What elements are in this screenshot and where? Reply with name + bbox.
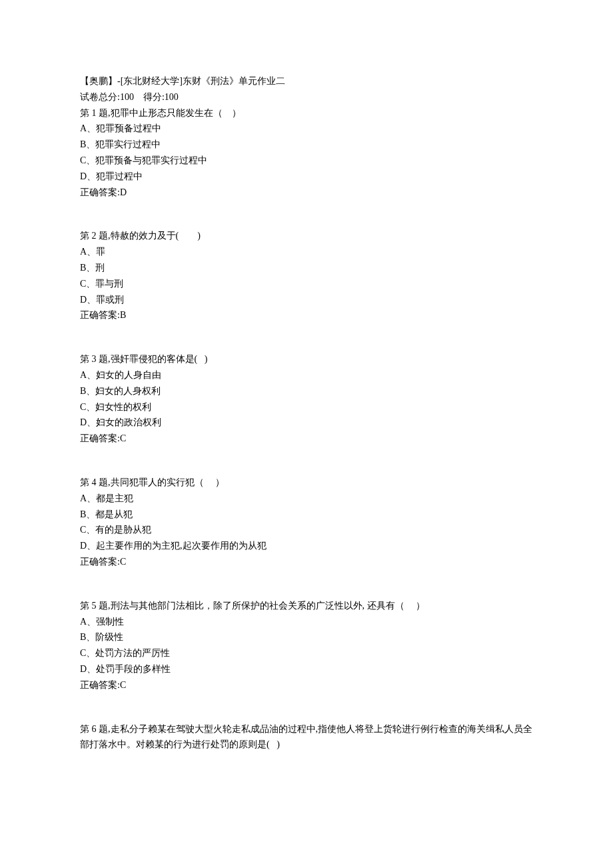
question-option: D、起主要作用的为主犯,起次要作用的为从犯: [80, 538, 533, 554]
question-block: 第 5 题,刑法与其他部门法相比，除了所保护的社会关系的广泛性以外, 还具有（ …: [80, 598, 533, 693]
question-stem: 第 6 题,走私分子赖某在驾驶大型火轮走私成品油的过程中,指使他人将登上货轮进行…: [80, 721, 533, 753]
question-option: B、都是从犯: [80, 507, 533, 523]
question-stem: 第 2 题,特赦的效力及于( ): [80, 228, 533, 244]
question-stem: 第 1 题,犯罪中止形态只能发生在（ ）: [80, 105, 533, 121]
question-answer: 正确答案:C: [80, 431, 533, 447]
question-option: C、妇女性的权利: [80, 399, 533, 415]
question-option: B、刑: [80, 260, 533, 276]
doc-title: 【奥鹏】-[东北财经大学]东财《刑法》单元作业二: [80, 73, 533, 89]
question-stem: 第 5 题,刑法与其他部门法相比，除了所保护的社会关系的广泛性以外, 还具有（ …: [80, 598, 533, 614]
question-option: D、妇女的政治权利: [80, 415, 533, 431]
question-option: A、妇女的人身自由: [80, 367, 533, 383]
question-option: A、强制性: [80, 614, 533, 630]
question-option: D、犯罪过程中: [80, 169, 533, 185]
question-option: A、罪: [80, 244, 533, 260]
question-block: 第 4 题,共同犯罪人的实行犯（ ） A、都是主犯 B、都是从犯 C、有的是胁从…: [80, 475, 533, 570]
question-answer: 正确答案:D: [80, 185, 533, 201]
question-block: 第 3 题,强奸罪侵犯的客体是( ) A、妇女的人身自由 B、妇女的人身权利 C…: [80, 351, 533, 447]
question-answer: 正确答案:C: [80, 554, 533, 570]
question-option: C、处罚方法的严厉性: [80, 645, 533, 661]
question-block: 第 6 题,走私分子赖某在驾驶大型火轮走私成品油的过程中,指使他人将登上货轮进行…: [80, 721, 533, 753]
question-option: C、罪与刑: [80, 276, 533, 292]
question-option: A、犯罪预备过程中: [80, 121, 533, 137]
question-option: B、阶级性: [80, 629, 533, 645]
question-stem: 第 4 题,共同犯罪人的实行犯（ ）: [80, 475, 533, 491]
question-answer: 正确答案:C: [80, 677, 533, 693]
question-option: D、罪或刑: [80, 292, 533, 308]
header-block: 【奥鹏】-[东北财经大学]东财《刑法》单元作业二 试卷总分:100 得分:100…: [80, 73, 533, 200]
question-option: C、有的是胁从犯: [80, 522, 533, 538]
score-line: 试卷总分:100 得分:100: [80, 89, 533, 105]
question-option: B、犯罪实行过程中: [80, 137, 533, 153]
question-option: A、都是主犯: [80, 491, 533, 507]
question-option: C、犯罪预备与犯罪实行过程中: [80, 153, 533, 169]
question-answer: 正确答案:B: [80, 307, 533, 323]
question-stem: 第 3 题,强奸罪侵犯的客体是( ): [80, 351, 533, 367]
question-block: 第 2 题,特赦的效力及于( ) A、罪 B、刑 C、罪与刑 D、罪或刑 正确答…: [80, 228, 533, 323]
question-option: B、妇女的人身权利: [80, 383, 533, 399]
document-page: 【奥鹏】-[东北财经大学]东财《刑法》单元作业二 试卷总分:100 得分:100…: [0, 0, 613, 793]
question-option: D、处罚手段的多样性: [80, 661, 533, 677]
